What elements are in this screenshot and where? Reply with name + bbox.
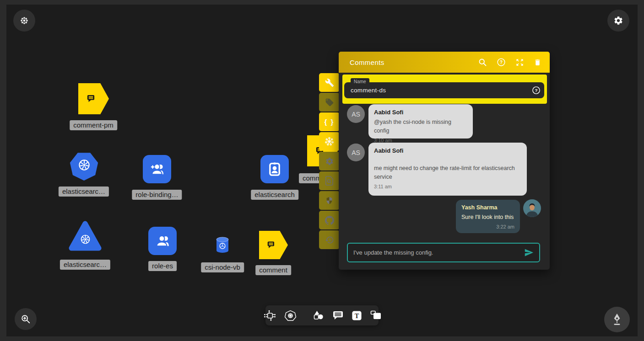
- trash-icon: [534, 58, 541, 67]
- braces-button[interactable]: { }: [319, 112, 340, 131]
- comment-tool-button[interactable]: [333, 311, 343, 320]
- app-window: comment-pm elasticsearc… role-binding…: [0, 0, 644, 341]
- comment-composer: [347, 243, 540, 262]
- comment-input[interactable]: [348, 249, 524, 256]
- node-label[interactable]: role-binding…: [132, 190, 182, 200]
- node-csi-node-vb[interactable]: [216, 237, 229, 253]
- shapes-tool-button[interactable]: [313, 310, 325, 321]
- wrench-icon: [325, 78, 334, 87]
- node-label[interactable]: elasticsearch: [251, 190, 298, 200]
- message-author: Yash Sharma: [461, 204, 514, 211]
- send-icon: [524, 248, 534, 257]
- kubernetes-wheel-icon: [79, 233, 92, 245]
- flows-tool-button[interactable]: [263, 310, 276, 321]
- node-elasticsearch-triangle[interactable]: [68, 219, 102, 252]
- kubernetes-cylinder-icon: [216, 237, 229, 253]
- chat-message: Aabid Sofi me might need to change the r…: [368, 143, 527, 196]
- avatar: AS: [347, 105, 365, 123]
- service-account-icon: [266, 161, 283, 177]
- kubernetes-wheel-icon: [77, 158, 92, 172]
- search-button[interactable]: [478, 58, 487, 67]
- node-label[interactable]: csi-node-vb: [201, 262, 244, 272]
- expand-button[interactable]: [515, 58, 524, 67]
- gear-icon: [325, 157, 334, 166]
- hub-button[interactable]: [319, 132, 340, 151]
- pen-tool-button[interactable]: [604, 307, 630, 332]
- zoom-in-button[interactable]: [15, 308, 37, 330]
- braces-icon: { }: [325, 118, 335, 126]
- name-input[interactable]: [344, 82, 544, 98]
- avatar: AS: [347, 144, 365, 161]
- image-tool-button[interactable]: [370, 310, 381, 321]
- message-author: Aabid Sofi: [374, 147, 521, 154]
- pen-nib-icon: [611, 313, 623, 326]
- settings-button-toolbar[interactable]: [319, 152, 340, 170]
- message-author: Aabid Sofi: [374, 109, 467, 116]
- configure-button[interactable]: [319, 73, 340, 92]
- node-elasticsearch-sa[interactable]: [260, 155, 289, 183]
- tag-button[interactable]: [319, 93, 340, 112]
- message-text: me might need to change the rate-limit f…: [374, 164, 521, 181]
- node-label[interactable]: elasticsearc…: [59, 186, 109, 197]
- github-icon: [325, 216, 334, 225]
- message-time: 3:11 am: [374, 184, 521, 189]
- search-icon: [478, 58, 487, 67]
- kubernetes-icon: [285, 310, 296, 321]
- node-role-es[interactable]: [148, 227, 177, 255]
- file-search-button[interactable]: [319, 171, 340, 190]
- hub-icon: [324, 136, 335, 147]
- name-field-label: Name: [351, 78, 369, 85]
- svg-text:T: T: [354, 312, 359, 319]
- flower-logo-icon: [19, 16, 29, 26]
- github-button[interactable]: [319, 211, 340, 229]
- chat-message: Aabid Sofi @yash the csi-node is missing…: [368, 104, 473, 139]
- app-logo-button[interactable]: [13, 10, 35, 32]
- settings-gear-icon: [613, 16, 623, 26]
- svg-text:?: ?: [535, 88, 537, 93]
- text-icon: T: [352, 310, 362, 321]
- expand-icon: [515, 58, 524, 67]
- message-time: 3:22 am: [461, 224, 514, 229]
- message-text: Sure I'll look into this: [461, 213, 514, 222]
- node-role-binding[interactable]: [143, 155, 171, 183]
- add-user-icon: [149, 161, 165, 177]
- comments-panel: Comments ? Name ? AS Aabid Sofi @yash th…: [339, 52, 550, 270]
- users-icon: [154, 233, 171, 249]
- comment-icon: [266, 237, 281, 253]
- comment-icon: [333, 311, 343, 320]
- node-action-toolbar: { }: [319, 73, 340, 249]
- shield-button[interactable]: [319, 191, 340, 210]
- message-time: 3:10 am: [374, 138, 467, 143]
- send-button[interactable]: [524, 248, 539, 257]
- comments-panel-header[interactable]: Comments ?: [339, 52, 550, 73]
- shape-dock: T: [265, 305, 379, 325]
- tag-icon: [325, 98, 334, 107]
- settings-button[interactable]: [607, 10, 629, 32]
- circuit-icon: [263, 310, 276, 321]
- name-field-section: Name ?: [342, 75, 547, 104]
- shapes-icon: [313, 310, 325, 321]
- history-icon: [325, 235, 334, 245]
- history-button[interactable]: [319, 230, 340, 249]
- comment-icon: [86, 90, 102, 107]
- panel-title: Comments: [350, 59, 384, 66]
- image-icon: [370, 310, 381, 321]
- chat-message: Yash Sharma Sure I'll look into this 3:2…: [456, 200, 520, 233]
- file-search-icon: [325, 176, 334, 186]
- delete-button[interactable]: [534, 58, 541, 67]
- avatar-photo: [523, 199, 541, 217]
- message-text: @yash the csi-node is missing config: [374, 118, 467, 135]
- node-label[interactable]: role-es: [148, 261, 177, 271]
- kubernetes-tool-button[interactable]: [285, 310, 296, 321]
- help-icon: ?: [497, 58, 506, 67]
- help-icon[interactable]: ?: [532, 86, 541, 95]
- help-button[interactable]: ?: [497, 58, 506, 67]
- node-label[interactable]: comment: [255, 265, 291, 275]
- zoom-in-icon: [21, 314, 31, 324]
- node-label[interactable]: elasticsearc…: [60, 260, 110, 270]
- text-tool-button[interactable]: T: [352, 310, 362, 321]
- node-label[interactable]: comment-pm: [70, 120, 117, 130]
- svg-text:?: ?: [500, 60, 503, 65]
- shield-icon: [325, 196, 334, 205]
